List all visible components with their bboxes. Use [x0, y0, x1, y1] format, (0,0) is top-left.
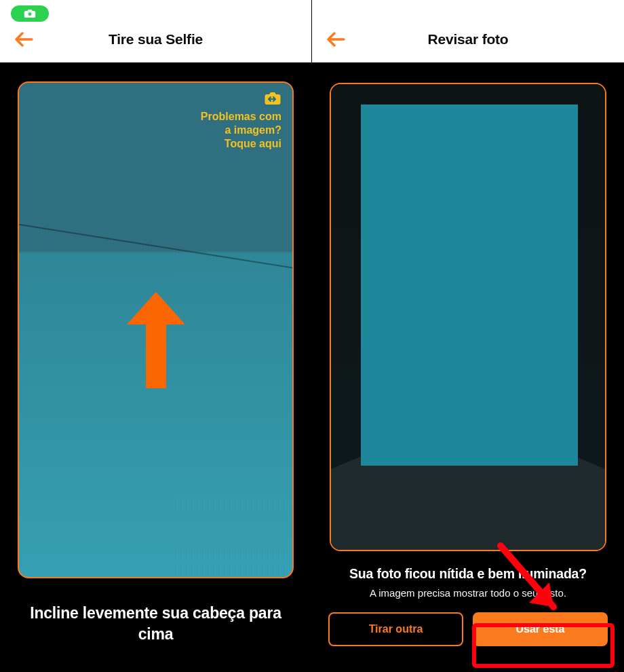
review-subtext: A imagem precisa mostrar todo o seu rost… [312, 587, 624, 599]
help-text-line2: a imagem? [201, 124, 281, 137]
screen-review-photo: Revisar foto Sua foto ficou nítida e bem… [312, 0, 624, 672]
back-button[interactable] [14, 31, 34, 48]
camera-area: Problemas com a imagem? Toque aqui [0, 62, 311, 578]
photo-area [312, 62, 624, 551]
camera-active-pill [11, 5, 49, 22]
back-button[interactable] [326, 31, 346, 48]
retake-button[interactable]: Tirar outra [328, 612, 463, 646]
header: Revisar foto [312, 0, 624, 62]
page-title: Revisar foto [428, 31, 509, 48]
face-redaction [361, 105, 578, 466]
tilt-up-arrow-icon [119, 286, 193, 395]
camera-icon [24, 9, 36, 18]
flip-camera-icon [264, 91, 281, 106]
screen-take-selfie: Tire sua Selfie Problemas com a imagem? … [0, 0, 312, 672]
header: Tire sua Selfie [0, 0, 311, 62]
page-title: Tire sua Selfie [109, 31, 203, 48]
review-question: Sua foto ficou nítida e bem iluminada? [312, 551, 624, 587]
help-text-line3: Toque aqui [201, 137, 281, 151]
camera-viewfinder: Problemas com a imagem? Toque aqui [18, 81, 294, 578]
help-text-line1: Problemas com [201, 110, 281, 124]
svg-point-1 [28, 12, 32, 16]
instruction-text: Incline levemente sua cabeça para cima [0, 578, 311, 645]
photo-preview [330, 83, 606, 551]
use-photo-button[interactable]: Usar esta [473, 612, 608, 646]
button-row: Tirar outra Usar esta [312, 599, 624, 646]
switch-camera-button[interactable]: Problemas com a imagem? Toque aqui [201, 91, 281, 151]
